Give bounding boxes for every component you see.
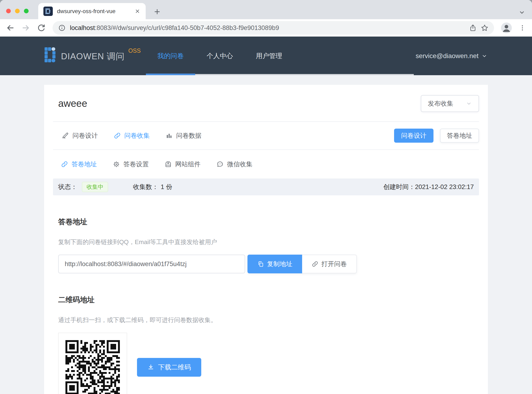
subtab-site-widget[interactable]: 网站组件 [165,160,201,168]
forward-button[interactable] [21,24,30,32]
nav-item-personal-center[interactable]: 个人中心 [195,36,245,75]
copy-icon [257,261,264,267]
answer-url-button[interactable]: 答卷地址 [440,129,479,143]
nav-item-my-surveys[interactable]: 我的问卷 [146,36,195,75]
reload-button[interactable] [37,24,46,32]
tab-label: 问卷设计 [73,131,98,140]
window-controls [6,9,29,13]
chevron-down-icon [466,100,472,107]
copy-url-button[interactable]: 复制地址 [247,255,302,273]
url-text: localhost:8083/#/dw/survey/c/url/c98fa14… [70,24,465,32]
browser-toolbar: localhost:8083/#/dw/survey/c/url/c98fa14… [0,19,532,36]
app-header: DIAOWEN 调问 OSS 我的问卷 个人中心 用户管理 service@di… [0,36,532,75]
qrcode-heading: 二维码地址 [58,295,479,305]
tab-title: dwsurvey-oss-front-vue [57,8,134,15]
tab-survey-collect[interactable]: 问卷收集 [114,131,150,140]
tab-survey-data[interactable]: 问卷数据 [166,131,202,140]
diaowen-logo-icon [44,47,57,63]
publish-collect-label: 发布收集 [428,99,453,108]
link-icon [312,261,318,267]
qrcode-image [58,333,127,394]
subtab-wechat-collect[interactable]: 微信收集 [217,160,252,168]
subtab-answer-settings[interactable]: 答卷设置 [113,160,149,168]
open-survey-label: 打开问卷 [322,260,347,268]
browser-tab[interactable]: dwsurvey-oss-front-vue [38,3,146,19]
survey-card: aweee 发布收集 问卷设计 [44,85,488,394]
subtab-label: 答卷设置 [123,160,149,168]
favicon-diaowen-icon [43,7,53,16]
browser-menu-icon[interactable] [519,24,526,31]
download-qrcode-button[interactable]: 下载二维码 [137,358,201,377]
created-time-value: 2021-12-02 23:02:17 [415,183,474,190]
tab-label: 问卷数据 [176,131,202,140]
answer-url-row: http://localhost:8083/#/diaowen/a01f75u4… [58,255,479,273]
publish-collect-select[interactable]: 发布收集 [421,95,479,112]
bar-chart-icon [166,132,173,139]
survey-tabs-row: 问卷设计 问卷收集 问卷数据 [53,122,479,150]
download-qrcode-label: 下载二维码 [158,363,191,372]
survey-title-bar: aweee 发布收集 [53,85,479,112]
brand-name: DIAOWEN 调问 [61,51,125,62]
link-icon [61,161,68,168]
back-button[interactable] [6,24,15,32]
url-button-group: 复制地址 打开问卷 [247,255,357,273]
close-tab-icon[interactable] [134,8,140,14]
tag-icon [165,161,172,168]
survey-tabs: 问卷设计 问卷收集 问卷数据 [62,131,202,140]
window-zoom-button[interactable] [24,9,29,13]
answer-url-input[interactable]: http://localhost:8083/#/diaowen/a01f75u4… [58,255,245,273]
site-info-icon[interactable] [58,24,66,32]
tab-label: 问卷收集 [124,131,150,140]
page-content: aweee 发布收集 问卷设计 [0,75,532,394]
download-icon [147,364,154,371]
link-icon [114,132,121,139]
tab-survey-design[interactable]: 问卷设计 [62,131,98,140]
status-bar: 状态： 收集中 收集数： 1 份 创建时间：2021-12-02 23:02:1… [53,178,479,195]
subtab-answer-url[interactable]: 答卷地址 [61,160,97,168]
collect-count-value: 1 份 [161,183,172,191]
subtab-label: 答卷地址 [72,160,97,168]
share-icon[interactable] [469,24,477,32]
brand: DIAOWEN 调问 OSS [44,47,141,63]
collect-subtabs: 答卷地址 答卷设置 网站组件 [53,150,479,178]
new-tab-button[interactable] [153,7,161,16]
browser-profile-avatar[interactable] [501,22,512,33]
answer-url-heading: 答卷地址 [58,217,479,227]
url-path: :8083/#/dw/survey/c/url/c98fa140-50b7-40… [95,24,279,31]
created-time: 创建时间：2021-12-02 23:02:17 [383,183,474,191]
gear-icon [113,161,120,168]
address-bar[interactable]: localhost:8083/#/dw/survey/c/url/c98fa14… [53,21,494,35]
tab-search-chevron-icon[interactable] [518,9,525,16]
subtab-label: 微信收集 [227,160,252,168]
user-account-dropdown[interactable]: service@diaowen.net [416,36,487,75]
window-close-button[interactable] [6,9,11,13]
brand-badge: OSS [128,47,141,54]
browser-window: dwsurvey-oss-front-vue localhost:8083/#/… [0,0,532,394]
answer-url-desc: 复制下面的问卷链接到QQ，Email等工具中直接发给被用户 [58,238,479,246]
main-nav: 我的问卷 个人中心 用户管理 [146,36,294,75]
nav-active-underline [146,73,195,75]
nav-item-user-management[interactable]: 用户管理 [245,36,294,75]
url-host: localhost [70,24,95,31]
qrcode-canvas [65,340,120,394]
survey-title: aweee [53,98,87,109]
collect-count-label: 收集数： [133,183,158,191]
chevron-down-icon [481,53,487,59]
bookmark-star-icon[interactable] [481,24,488,32]
created-time-label: 创建时间： [383,183,415,190]
window-minimize-button[interactable] [15,9,20,13]
open-survey-button[interactable]: 打开问卷 [302,255,357,273]
survey-actions: 问卷设计 答卷地址 [394,129,479,143]
chat-icon [217,161,223,168]
survey-design-button[interactable]: 问卷设计 [394,129,433,143]
user-email: service@diaowen.net [416,52,479,60]
subtab-label: 网站组件 [175,160,201,168]
browser-tab-strip: dwsurvey-oss-front-vue [0,0,532,19]
qrcode-row: 下载二维码 [58,333,479,394]
pencil-icon [62,132,69,139]
copy-url-label: 复制地址 [267,260,293,268]
qrcode-desc: 通过手机扫一扫，或下载二维码，即可进行问卷数据收集。 [58,316,479,324]
status-label: 状态： [58,183,77,191]
status-badge: 收集中 [82,182,108,192]
